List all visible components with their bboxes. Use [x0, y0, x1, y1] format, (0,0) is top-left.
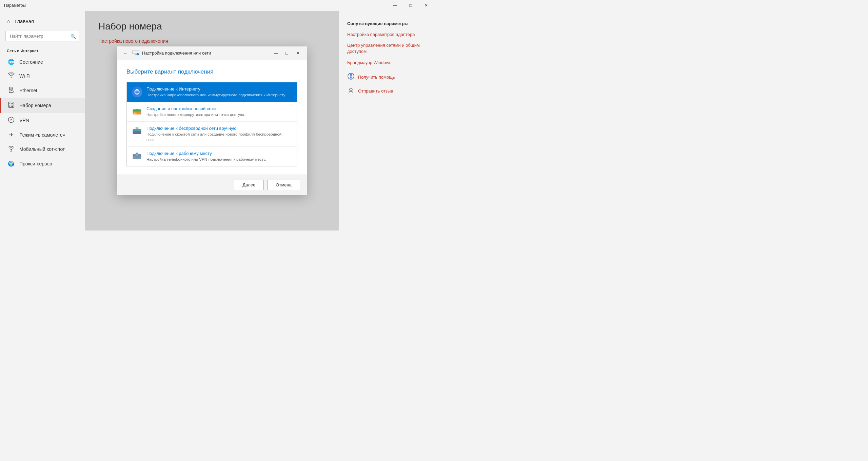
svg-rect-40 — [135, 154, 139, 156]
sidebar-section-title: Сеть и Интернет — [0, 44, 85, 55]
dialog: ← Настройка подключения или сети — [117, 46, 307, 195]
sidebar-item-label-airplane: Режим «в самолете» — [19, 132, 65, 138]
connection-item-workplace[interactable]: Подключение к рабочему месту Настройка т… — [127, 147, 297, 166]
vpn-icon — [8, 117, 15, 124]
newnet-texts: Создание и настройка новой сети Настройк… — [146, 106, 292, 117]
workplace-texts: Подключение к рабочему месту Настройка т… — [146, 151, 292, 162]
newnet-desc: Настройка нового маршрутизатора или точк… — [146, 112, 292, 117]
newnet-icon — [132, 106, 142, 117]
titlebar-controls: — □ ✕ — [387, 0, 434, 11]
sidebar-item-ethernet[interactable]: Ethernet — [0, 83, 85, 98]
proxy-icon: 🌍 — [8, 160, 15, 167]
help-item-get-help[interactable]: Получить помощь — [347, 73, 426, 82]
firewall-label: Брандмауэр Windows — [347, 60, 391, 66]
titlebar-title: Параметры — [4, 3, 26, 8]
sidebar-item-status[interactable]: 🌐 Состояние — [0, 55, 85, 69]
wifi-icon — [8, 73, 15, 79]
sidebar-item-label-proxy: Прокси-сервер — [19, 161, 52, 166]
svg-point-16 — [11, 149, 12, 150]
workplace-title: Подключение к рабочему месту — [146, 151, 292, 156]
svg-point-11 — [11, 105, 12, 105]
home-icon: ⌂ — [7, 18, 10, 24]
internet-title: Подключение к Интернету — [146, 86, 292, 92]
close-button[interactable]: ✕ — [418, 0, 434, 11]
hotspot-icon — [8, 145, 15, 153]
dialog-close-button[interactable]: ✕ — [293, 49, 303, 57]
sidebar-item-label-hotspot: Мобильный хот-спот — [19, 146, 65, 152]
wireless-desc: Подключение к скрытой сети или создание … — [146, 132, 292, 142]
main-content: Набор номера Настройка нового подключени… — [85, 11, 339, 230]
sidebar-item-wifi[interactable]: Wi-Fi — [0, 69, 85, 83]
svg-rect-43 — [350, 76, 352, 79]
svg-point-15 — [12, 106, 13, 107]
related-title: Сопутствующие параметры — [347, 21, 426, 26]
adapter-label: Настройка параметров адаптера — [347, 32, 415, 38]
svg-point-13 — [9, 106, 10, 107]
svg-point-9 — [12, 103, 13, 104]
feedback-icon — [347, 86, 355, 96]
internet-desc: Настройка широкополосного или коммутируе… — [146, 92, 292, 98]
sidebar-item-proxy[interactable]: 🌍 Прокси-сервер — [0, 157, 85, 171]
dialog-title-text: Настройка подключения или сети — [142, 51, 211, 56]
newnet-title: Создание и настройка новой сети — [146, 106, 292, 111]
svg-rect-29 — [133, 109, 141, 112]
sidebar-item-dialup[interactable]: Набор номера — [0, 98, 85, 113]
svg-point-12 — [12, 105, 13, 105]
sidebar-item-label-vpn: VPN — [19, 118, 29, 123]
related-link-network-center[interactable]: Центр управления сетями и общим доступом — [347, 42, 426, 55]
svg-rect-5 — [9, 91, 13, 93]
feedback-label: Отправить отзыв — [358, 88, 393, 94]
related-link-firewall[interactable]: Брандмауэр Windows — [347, 60, 426, 66]
dialup-icon — [8, 102, 15, 109]
cancel-button[interactable]: Отмена — [267, 180, 300, 190]
dialog-maximize-button[interactable]: □ — [282, 49, 292, 57]
get-help-label: Получить помощь — [358, 75, 395, 80]
search-icon: 🔍 — [71, 34, 76, 39]
wireless-title: Подключение к беспроводной сети вручную — [146, 126, 292, 131]
network-center-label: Центр управления сетями и общим доступом — [347, 42, 426, 55]
connection-item-wireless[interactable]: Подключение к беспроводной сети вручную … — [127, 122, 297, 147]
dialog-footer: Далее Отмена — [117, 175, 307, 195]
sidebar-item-label-status: Состояние — [19, 59, 43, 65]
svg-point-8 — [11, 103, 12, 104]
sidebar-item-airplane[interactable]: ✈ Режим «в самолете» — [0, 128, 85, 142]
wireless-icon — [132, 126, 142, 137]
sidebar-item-hotspot[interactable]: Мобильный хот-спот — [0, 142, 85, 157]
internet-texts: Подключение к Интернету Настройка широко… — [146, 86, 292, 98]
wireless-texts: Подключение к беспроводной сети вручную … — [146, 126, 292, 142]
dialog-titlebar-left: ← Настройка подключения или сети — [121, 49, 211, 57]
dialog-icon — [133, 49, 139, 57]
dialog-titlebar: ← Настройка подключения или сети — [117, 46, 307, 60]
svg-point-42 — [350, 74, 352, 76]
next-button[interactable]: Далее — [234, 180, 264, 190]
workplace-desc: Настройка телефонного или VPN-подключени… — [146, 157, 292, 162]
get-help-icon — [347, 73, 355, 82]
maximize-button[interactable]: □ — [403, 0, 418, 11]
dialog-back-button[interactable]: ← — [121, 50, 130, 57]
svg-point-14 — [11, 106, 12, 107]
sidebar-home-button[interactable]: ⌂ Главная — [0, 14, 85, 28]
svg-point-30 — [134, 113, 135, 114]
workplace-icon — [132, 151, 142, 162]
dialog-body: Выберите вариант подключения — [117, 60, 307, 175]
internet-icon — [132, 86, 142, 97]
svg-point-44 — [350, 88, 352, 91]
sidebar-search-container: 🔍 — [5, 31, 79, 41]
svg-point-10 — [9, 105, 10, 105]
related-link-adapter[interactable]: Настройка параметров адаптера — [347, 32, 426, 38]
svg-rect-36 — [133, 129, 141, 131]
status-icon: 🌐 — [8, 59, 15, 65]
connection-item-newnet[interactable]: Создание и настройка новой сети Настройк… — [127, 102, 297, 122]
sidebar-item-vpn[interactable]: VPN — [0, 113, 85, 128]
connection-item-internet[interactable]: Подключение к Интернету Настройка широко… — [127, 82, 297, 102]
sidebar-item-label-wifi: Wi-Fi — [19, 73, 31, 79]
dialog-minimize-button[interactable]: — — [271, 49, 281, 57]
search-input[interactable] — [5, 31, 79, 41]
ethernet-icon — [8, 87, 15, 94]
connection-list: Подключение к Интернету Настройка широко… — [126, 82, 297, 166]
help-section: Получить помощь Отправить отзыв — [347, 73, 426, 96]
dialog-subtitle: Выберите вариант подключения — [126, 68, 297, 75]
help-item-feedback[interactable]: Отправить отзыв — [347, 86, 426, 96]
app: ⌂ Главная 🔍 Сеть и Интернет 🌐 Состояние … — [0, 11, 434, 230]
minimize-button[interactable]: — — [387, 0, 403, 11]
